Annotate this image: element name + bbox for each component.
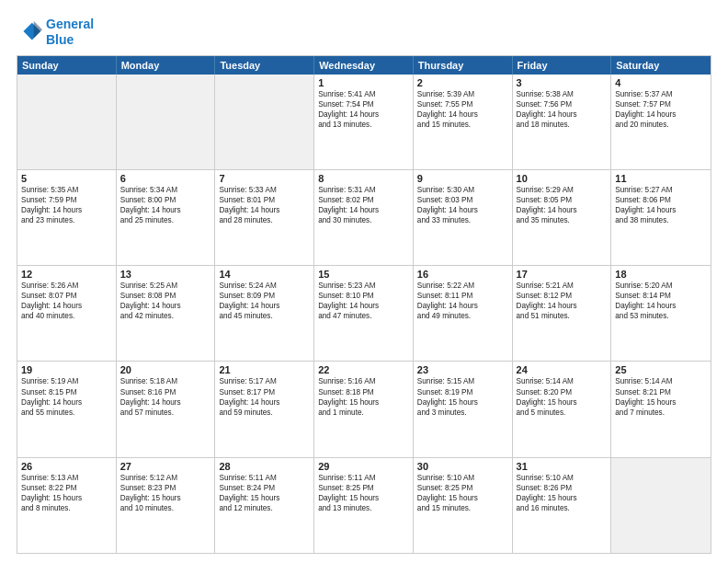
cell-line: Sunrise: 5:10 AM	[517, 473, 608, 483]
cal-cell-5: 5Sunrise: 5:35 AMSunset: 7:59 PMDaylight…	[17, 170, 117, 265]
cell-line: Daylight: 14 hours	[615, 205, 707, 215]
header-day-monday: Monday	[117, 56, 216, 75]
cal-cell-15: 15Sunrise: 5:23 AMSunset: 8:10 PMDayligh…	[314, 266, 414, 361]
cell-line: Sunrise: 5:29 AM	[517, 185, 608, 195]
cell-line: Daylight: 15 hours	[318, 493, 409, 503]
cell-line: Sunset: 8:25 PM	[417, 483, 508, 493]
cell-line: and 59 minutes.	[219, 408, 310, 418]
header-day-saturday: Saturday	[611, 56, 711, 75]
header-day-wednesday: Wednesday	[314, 56, 414, 75]
cell-line: Sunset: 8:02 PM	[318, 195, 409, 205]
cell-line: Sunrise: 5:26 AM	[21, 281, 112, 291]
cell-line: and 13 minutes.	[318, 120, 409, 130]
cell-line: and 20 minutes.	[615, 120, 707, 130]
cell-line: Daylight: 14 hours	[219, 301, 310, 311]
cell-line: Sunrise: 5:35 AM	[21, 185, 112, 195]
cell-line: Daylight: 15 hours	[417, 493, 508, 503]
cell-line: Sunrise: 5:19 AM	[21, 376, 112, 386]
cell-line: Sunset: 8:23 PM	[120, 483, 211, 493]
cal-cell-18: 18Sunrise: 5:20 AMSunset: 8:14 PMDayligh…	[611, 266, 711, 361]
cell-line: and 45 minutes.	[219, 311, 310, 321]
cal-cell-3: 3Sunrise: 5:38 AMSunset: 7:56 PMDaylight…	[513, 75, 612, 169]
cal-cell-22: 22Sunrise: 5:16 AMSunset: 8:18 PMDayligh…	[314, 362, 414, 456]
day-number: 12	[21, 269, 112, 280]
page: General Blue SundayMondayTuesdayWednesda…	[0, 0, 728, 563]
cell-line: Sunset: 8:22 PM	[21, 483, 112, 493]
cell-line: Sunrise: 5:34 AM	[120, 185, 211, 195]
day-number: 9	[417, 173, 508, 184]
cell-line: Sunrise: 5:21 AM	[517, 281, 608, 291]
day-number: 30	[417, 461, 508, 472]
cell-line: and 55 minutes.	[21, 408, 112, 418]
cell-line: Sunrise: 5:24 AM	[219, 281, 310, 291]
cell-line: Sunset: 7:55 PM	[417, 99, 508, 109]
cell-line: Daylight: 15 hours	[517, 397, 608, 408]
cell-line: Sunrise: 5:22 AM	[417, 281, 508, 291]
cell-line: Daylight: 14 hours	[517, 301, 608, 311]
cell-line: Daylight: 15 hours	[517, 493, 608, 503]
cell-line: and 15 minutes.	[417, 120, 508, 130]
day-number: 22	[318, 364, 409, 375]
header-day-friday: Friday	[513, 56, 612, 75]
cell-line: Sunset: 8:12 PM	[517, 291, 608, 301]
cell-line: and 25 minutes.	[120, 215, 211, 225]
cell-line: and 47 minutes.	[318, 311, 409, 321]
cell-line: and 49 minutes.	[417, 311, 508, 321]
cell-line: Sunset: 8:00 PM	[120, 195, 211, 205]
day-number: 28	[219, 461, 310, 472]
cell-line: and 8 minutes.	[21, 503, 112, 513]
cal-row-0: 1Sunrise: 5:41 AMSunset: 7:54 PMDaylight…	[17, 75, 711, 169]
cell-line: Daylight: 14 hours	[615, 109, 707, 120]
day-number: 13	[120, 269, 211, 280]
cell-line: Sunset: 7:56 PM	[517, 99, 608, 109]
cell-line: Daylight: 14 hours	[21, 301, 112, 311]
cell-line: Sunrise: 5:38 AM	[517, 89, 608, 99]
cell-line: and 42 minutes.	[120, 311, 211, 321]
day-number: 27	[120, 461, 211, 472]
cell-line: Sunrise: 5:37 AM	[615, 89, 707, 99]
day-number: 15	[318, 269, 409, 280]
svg-marker-1	[34, 21, 42, 39]
cell-line: Daylight: 14 hours	[120, 397, 211, 408]
cell-line: Sunset: 8:26 PM	[517, 483, 608, 493]
cell-line: Sunset: 8:15 PM	[21, 387, 112, 397]
cal-cell-empty-0-0	[17, 75, 117, 169]
cell-line: Sunrise: 5:12 AM	[120, 473, 211, 483]
day-number: 4	[615, 77, 707, 88]
cell-line: and 53 minutes.	[615, 311, 707, 321]
calendar-body: 1Sunrise: 5:41 AMSunset: 7:54 PMDaylight…	[17, 75, 711, 553]
cal-cell-26: 26Sunrise: 5:13 AMSunset: 8:22 PMDayligh…	[17, 458, 117, 553]
cell-line: Daylight: 14 hours	[21, 397, 112, 408]
cell-line: and 38 minutes.	[615, 215, 707, 225]
day-number: 21	[219, 364, 310, 375]
cell-line: Sunrise: 5:10 AM	[417, 473, 508, 483]
cell-line: Daylight: 14 hours	[318, 205, 409, 215]
cell-line: and 7 minutes.	[615, 408, 707, 418]
cell-line: and 51 minutes.	[517, 311, 608, 321]
cell-line: and 30 minutes.	[318, 215, 409, 225]
cell-line: Sunset: 8:21 PM	[615, 387, 707, 397]
cell-line: Sunset: 7:54 PM	[318, 99, 409, 109]
cell-line: Sunset: 7:57 PM	[615, 99, 707, 109]
day-number: 31	[517, 461, 608, 472]
day-number: 16	[417, 269, 508, 280]
header-day-tuesday: Tuesday	[215, 56, 314, 75]
cell-line: and 1 minute.	[318, 408, 409, 418]
cal-cell-empty-4-6	[611, 458, 711, 553]
cal-cell-8: 8Sunrise: 5:31 AMSunset: 8:02 PMDaylight…	[314, 170, 414, 265]
day-number: 25	[615, 364, 707, 375]
cell-line: Sunset: 8:06 PM	[615, 195, 707, 205]
cell-line: Sunset: 8:16 PM	[120, 387, 211, 397]
logo-icon	[17, 19, 42, 45]
day-number: 6	[120, 173, 211, 184]
cell-line: Sunset: 8:07 PM	[21, 291, 112, 301]
cell-line: Daylight: 14 hours	[219, 205, 310, 215]
cal-cell-9: 9Sunrise: 5:30 AMSunset: 8:03 PMDaylight…	[414, 170, 513, 265]
cell-line: Sunset: 8:08 PM	[120, 291, 211, 301]
cal-row-2: 12Sunrise: 5:26 AMSunset: 8:07 PMDayligh…	[17, 265, 711, 361]
cal-cell-21: 21Sunrise: 5:17 AMSunset: 8:17 PMDayligh…	[215, 362, 314, 456]
cell-line: Sunrise: 5:17 AM	[219, 376, 310, 386]
cell-line: Daylight: 14 hours	[120, 301, 211, 311]
cell-line: Daylight: 15 hours	[120, 493, 211, 503]
day-number: 1	[318, 77, 409, 88]
